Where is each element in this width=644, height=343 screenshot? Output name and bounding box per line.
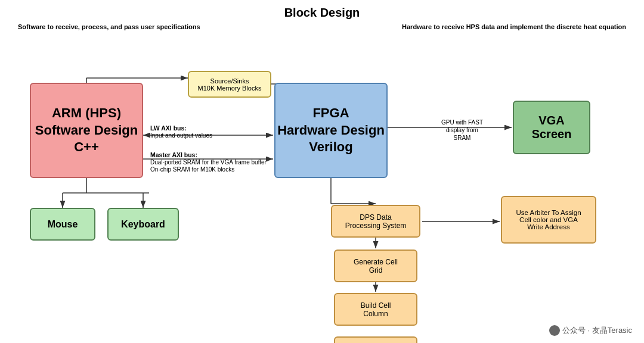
- generate-line1: Generate Cell: [354, 258, 398, 266]
- build-box: Build Cell Column: [334, 293, 417, 326]
- arbiter-line3: Write Address: [516, 223, 581, 230]
- lw-axi-bold: LW AXI bus:: [150, 124, 187, 132]
- keyboard-label: Keyboard: [121, 219, 165, 230]
- mouse-box: Mouse: [30, 208, 95, 241]
- dps-line2: Processing System: [345, 222, 407, 230]
- source-line1: Source/Sinks: [198, 77, 262, 85]
- subtitle-row: Software to receive, process, and pass u…: [12, 23, 632, 30]
- watermark: 公众号 · 友晶Terasic: [549, 325, 632, 336]
- gpu-text: GPU with FASTdisplay fromSRAM: [441, 119, 483, 141]
- build-line2: Column: [361, 310, 391, 318]
- generate-line2: Grid: [354, 266, 398, 275]
- vga-line1: VGA: [532, 114, 572, 127]
- generate-box: Generate Cell Grid: [334, 250, 417, 282]
- watermark-icon: [549, 325, 560, 336]
- arbiter-line1: Use Arbiter To Assign: [516, 209, 581, 216]
- keyboard-box: Keyboard: [107, 208, 179, 241]
- arbiter-line2: Cell color and VGA: [516, 216, 581, 223]
- lw-axi-label: LW AXI bus: Input and output values: [150, 124, 270, 139]
- lw-axi-normal: Input and output values: [150, 132, 212, 139]
- watermark-text: 公众号 · 友晶Terasic: [562, 325, 632, 336]
- master-axi-bold: Master AXI bus:: [150, 151, 197, 158]
- build-line1: Build Cell: [361, 301, 391, 310]
- arm-line3: C++: [35, 139, 138, 156]
- arbiter-box: Use Arbiter To Assign Cell color and VGA…: [501, 196, 596, 244]
- dps-box: DPS Data Processing System: [331, 205, 420, 238]
- source-line2: M10K Memory Blocks: [198, 85, 262, 92]
- fpga-line3: Verilog: [277, 139, 385, 156]
- fpga-line2: Hardware Design: [277, 122, 385, 139]
- source-box: Source/Sinks M10K Memory Blocks: [188, 71, 271, 98]
- diagram: ARM (HPS) Software Design C++ FPGA Hardw…: [12, 35, 632, 315]
- master-axi-label: Master AXI bus: Dual-ported SRAM for the…: [150, 151, 275, 173]
- dps-line1: DPS Data: [345, 213, 407, 222]
- gpu-label: GPU with FASTdisplay fromSRAM: [429, 119, 495, 142]
- arm-line1: ARM (HPS): [35, 105, 138, 122]
- fpga-line1: FPGA: [277, 105, 385, 122]
- vga-box: VGA Screen: [513, 101, 590, 154]
- arm-line2: Software Design: [35, 122, 138, 139]
- page-title: Block Design: [12, 6, 632, 20]
- master-axi-normal: Dual-ported SRAM for the VGA frame buffe…: [150, 159, 267, 173]
- subtitle-left: Software to receive, process, and pass u…: [18, 23, 200, 30]
- subtitle-right: Hardware to receive HPS data and impleme…: [402, 23, 626, 30]
- fpga-box: FPGA Hardware Design Verilog: [274, 83, 388, 178]
- mouse-label: Mouse: [48, 219, 78, 230]
- page: Block Design Software to receive, proces…: [0, 0, 644, 343]
- vga-line2: Screen: [532, 127, 572, 141]
- arm-box: ARM (HPS) Software Design C++: [30, 83, 143, 178]
- compute-box: Compute Cell Value: [334, 336, 417, 343]
